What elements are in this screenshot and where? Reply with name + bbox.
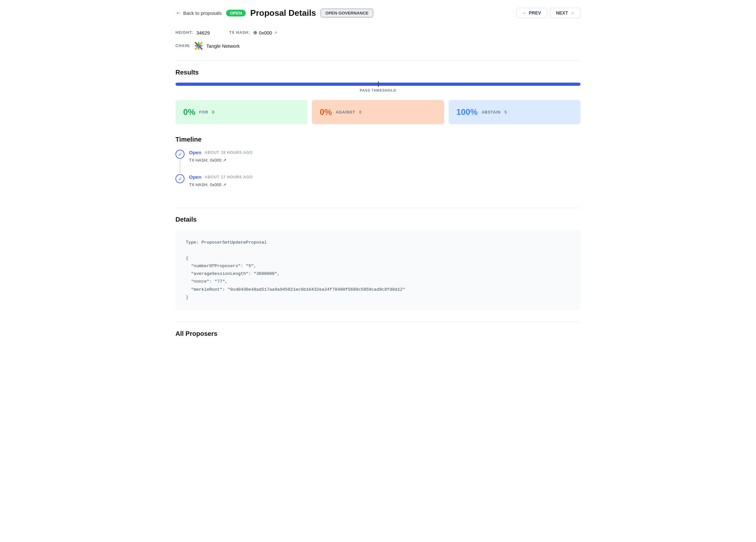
height-value: 34629 (196, 30, 210, 35)
txhash-label: TX HASH: (229, 30, 250, 35)
timeline-txhash-1[interactable]: TX HASH: 0x000 ↗ (189, 158, 581, 163)
prev-label: PREV (529, 10, 541, 15)
vote-box-for: 0% FOR 0 (175, 100, 307, 124)
details-section: Details Type: ProposerSetUpdateProposal … (175, 216, 581, 310)
abstain-pct: 100% (456, 107, 478, 117)
back-label: Back to proposals (183, 10, 222, 16)
tx-circle-icon: ⊕ (253, 30, 257, 35)
timeline-item-1: ✓ Open ABOUT 18 HOURS AGO TX HASH: 0x000… (175, 150, 581, 174)
timeline-circle-2: ✓ (175, 174, 184, 183)
timeline-title: Timeline (175, 136, 581, 143)
timeline-section: Timeline ✓ Open ABOUT 18 HOURS AGO TX HA… (175, 136, 581, 196)
timeline-txhash-2[interactable]: TX HASH: 0x000 ↗ (189, 182, 581, 187)
timeline-content-1: Open ABOUT 18 HOURS AGO TX HASH: 0x000 ↗ (189, 150, 581, 174)
results-section: Results PASS THRESHOLD 0% FOR 0 0% AGAIN… (175, 69, 581, 124)
timeline-ext-icon-2: ↗ (223, 182, 226, 187)
governance-button[interactable]: OPEN GOVERNANCE (321, 9, 373, 17)
height-item: HEIGHT: 34629 (175, 30, 210, 35)
timeline-header-2: Open ABOUT 17 HOURS AGO (189, 174, 581, 180)
progress-container: PASS THRESHOLD (175, 83, 581, 92)
results-title: Results (175, 69, 581, 76)
page-title: Proposal Details (250, 8, 316, 18)
vote-boxes: 0% FOR 0 0% AGAINST 0 100% ABSTAIN 5 (175, 100, 581, 124)
all-proposers-section: All Proposers (175, 330, 581, 337)
back-arrow-icon: ← (175, 10, 181, 16)
against-count: 0 (359, 110, 362, 115)
next-label: NEXT (556, 10, 568, 15)
timeline-left-1: ✓ (175, 150, 184, 174)
threshold-label: PASS THRESHOLD (175, 88, 581, 92)
prev-button[interactable]: ← PREV (516, 8, 547, 18)
vote-box-abstain: 100% ABSTAIN 5 (449, 100, 581, 124)
timeline-content-2: Open ABOUT 17 HOURS AGO TX HASH: 0x000 ↗ (189, 174, 581, 196)
for-label: FOR (199, 110, 208, 115)
timeline-item-2: ✓ Open ABOUT 17 HOURS AGO TX HASH: 0x000… (175, 174, 581, 196)
timeline-header-1: Open ABOUT 18 HOURS AGO (189, 150, 581, 155)
timeline-circle-1: ✓ (175, 150, 184, 159)
txhash-value: 0x000 (259, 30, 272, 35)
progress-bar-wrapper (175, 83, 581, 86)
chain-icon (194, 41, 203, 50)
for-pct: 0% (183, 107, 195, 117)
divider-1 (175, 61, 581, 61)
divider-3 (175, 322, 581, 322)
nav-buttons: ← PREV NEXT → (516, 8, 581, 18)
timeline-txhash-label-2: TX HASH: (189, 182, 208, 187)
next-arrow-icon: → (570, 10, 574, 15)
details-title: Details (175, 216, 581, 223)
timeline-status-2: Open (189, 174, 201, 180)
txhash-item: TX HASH: ⊕ 0x000 ↗ (229, 30, 277, 35)
timeline-status-1: Open (189, 150, 201, 155)
timeline-ago-1: ABOUT 18 HOURS AGO (204, 150, 253, 155)
timeline-line-1 (180, 160, 180, 173)
timeline-ext-icon-1: ↗ (223, 158, 226, 163)
vote-box-against: 0% AGAINST 0 (312, 100, 444, 124)
external-link-icon: ↗ (274, 30, 277, 35)
page-header: ← Back to proposals OPEN Proposal Detail… (175, 8, 581, 18)
all-proposers-title: All Proposers (175, 330, 581, 337)
next-button[interactable]: NEXT → (550, 8, 581, 18)
meta-row-1: HEIGHT: 34629 TX HASH: ⊕ 0x000 ↗ (175, 30, 581, 35)
txhash-link[interactable]: ⊕ 0x000 ↗ (253, 30, 277, 35)
against-label: AGAINST (336, 110, 355, 115)
back-to-proposals-link[interactable]: ← Back to proposals (175, 10, 222, 16)
divider-2 (175, 208, 581, 208)
against-pct: 0% (320, 107, 332, 117)
header-left: ← Back to proposals OPEN Proposal Detail… (175, 8, 373, 18)
height-label: HEIGHT: (175, 30, 193, 35)
details-box: Type: ProposerSetUpdateProposal { "numbe… (175, 230, 581, 310)
status-badge: OPEN (226, 10, 246, 16)
timeline-ago-2: ABOUT 17 HOURS AGO (204, 175, 253, 179)
timeline-txhash-value-1: 0x000 (210, 158, 221, 163)
abstain-label: ABSTAIN (482, 110, 501, 115)
threshold-marker (378, 81, 379, 87)
chain-row: CHAIN: Tangle Network (175, 41, 581, 50)
prev-arrow-icon: ← (522, 10, 527, 15)
timeline-left-2: ✓ (175, 174, 184, 196)
chain-label: CHAIN: (175, 44, 191, 48)
timeline-txhash-value-2: 0x000 (210, 182, 221, 187)
abstain-count: 5 (504, 110, 507, 115)
timeline-txhash-label-1: TX HASH: (189, 158, 208, 163)
for-count: 0 (212, 110, 215, 115)
chain-name: Tangle Network (206, 43, 240, 49)
